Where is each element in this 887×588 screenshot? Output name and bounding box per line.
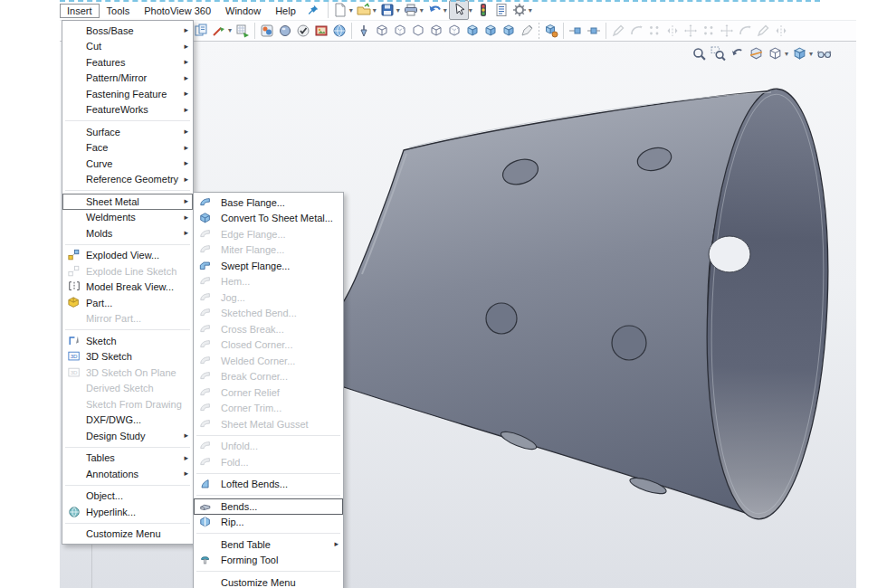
menu-item-fastening-feature[interactable]: Fastening Feature▸ [62, 86, 193, 102]
hole-mid-left[interactable] [486, 303, 517, 334]
menu-item-tables[interactable]: Tables▸ [62, 450, 193, 467]
perspective-view-icon[interactable] [445, 22, 463, 40]
menu-item-object[interactable]: Object... [62, 488, 193, 505]
menu-item-bend-table[interactable]: Bend Table▸ [194, 536, 343, 553]
new-document-icon[interactable] [331, 1, 349, 19]
shadows-view-icon[interactable] [500, 22, 518, 40]
menu-item-weldments[interactable]: Weldments▸ [62, 210, 193, 226]
render-preview-icon[interactable] [258, 22, 276, 40]
menu-item-boss-base[interactable]: Boss/Base▸ [62, 23, 193, 39]
render-region-icon[interactable] [330, 22, 348, 40]
offset-entities-icon[interactable] [663, 22, 682, 40]
menu-item-sketch[interactable]: Sketch [62, 333, 193, 349]
menu-pin-icon[interactable] [307, 4, 320, 16]
edit-appearance-icon[interactable] [542, 22, 560, 40]
previous-view-icon[interactable] [728, 44, 747, 62]
recall-image-icon[interactable] [312, 22, 330, 40]
export-table-icon[interactable] [234, 22, 252, 40]
menu-item-hyperlink[interactable]: Hyperlink... [62, 504, 193, 520]
save-dropdown-arrow[interactable]: ▾ [396, 6, 400, 14]
display-style-dropdown-arrow[interactable]: ▾ [809, 50, 813, 58]
menu-item-lofted-bends[interactable]: Lofted Bends... [194, 477, 343, 493]
display-relations-icon[interactable] [736, 22, 754, 40]
menu-item-part[interactable]: Part... [62, 295, 193, 311]
menu-item-dxf-dwg[interactable]: DXF/DWG... [62, 413, 193, 429]
menu-window[interactable]: Window [218, 4, 268, 18]
menu-item-customize-menu[interactable]: Customize Menu [62, 526, 193, 543]
save-icon[interactable] [378, 1, 396, 19]
undo-icon[interactable] [425, 1, 444, 19]
menu-item-base-flange[interactable]: Base Flange... [194, 194, 343, 211]
linear-sketch-pattern-icon[interactable] [700, 22, 718, 40]
options-icon[interactable] [510, 1, 529, 19]
sketch-spline-icon[interactable] [609, 22, 627, 40]
menu-item-surface[interactable]: Surface▸ [62, 124, 193, 140]
menu-insert[interactable]: Insert [60, 4, 100, 18]
menu-item-molds[interactable]: Molds▸ [62, 225, 193, 242]
menu-item-convert-to-sheet-metal[interactable]: Convert To Sheet Metal... [194, 211, 343, 227]
move-plus-icon[interactable] [585, 22, 603, 40]
menu-item-features[interactable]: Features▸ [62, 54, 193, 71]
print-icon[interactable] [402, 1, 420, 19]
hidden-lines-removed-view-icon[interactable] [409, 22, 427, 40]
move-entities-icon[interactable] [718, 22, 736, 40]
view-orientation-icon[interactable] [766, 44, 785, 62]
apply-scene-icon[interactable] [276, 22, 294, 40]
display-style-icon[interactable] [790, 44, 809, 62]
menu-item-design-study[interactable]: Design Study▸ [62, 428, 193, 444]
print-dropdown-arrow[interactable]: ▾ [420, 6, 424, 14]
hole-through-white[interactable] [709, 236, 750, 272]
menu-item-sheet-metal[interactable]: Sheet Metal▸ [62, 194, 193, 210]
menu-item-face[interactable]: Face▸ [62, 140, 193, 156]
edit-component-icon[interactable] [192, 22, 210, 40]
menu-item-bends[interactable]: Bends... [194, 498, 343, 515]
schedule-render-icon[interactable] [294, 22, 312, 40]
menu-item-curve[interactable]: Curve▸ [62, 156, 193, 172]
wireframe-view-icon[interactable] [373, 22, 391, 40]
zoom-to-fit-icon[interactable] [690, 44, 709, 62]
menu-tools[interactable]: Tools [100, 4, 138, 18]
new-document-dropdown-arrow[interactable]: ▾ [349, 6, 353, 14]
plumb-tool-icon[interactable] [355, 22, 373, 40]
menu-item-reference-geometry[interactable]: Reference Geometry▸ [62, 172, 193, 188]
options-dropdown-arrow[interactable]: ▾ [529, 6, 532, 14]
hole-mid-right[interactable] [612, 326, 646, 360]
menu-item-forming-tool[interactable]: Forming Tool [194, 553, 343, 569]
shaded-with-edges-view-icon[interactable] [463, 22, 482, 40]
mirror-entities-icon[interactable] [682, 22, 700, 40]
menu-item-featureworks[interactable]: FeatureWorks▸ [62, 102, 193, 119]
open-dropdown-arrow[interactable]: ▾ [373, 6, 377, 14]
measure-tool-dropdown-arrow[interactable]: ▾ [228, 26, 232, 34]
trim-entities-icon[interactable] [627, 22, 645, 40]
section-view-icon[interactable] [747, 44, 766, 62]
menu-item-rip[interactable]: Rip... [194, 515, 343, 531]
draft-quality-view-icon[interactable] [427, 22, 445, 40]
menu-item-model-break-view[interactable]: Model Break View... [62, 280, 193, 296]
rapid-sketch-icon[interactable] [772, 22, 790, 40]
rebuild-icon[interactable] [474, 1, 492, 19]
repair-sketch-icon[interactable] [754, 22, 772, 40]
hidden-lines-visible-view-icon[interactable] [391, 22, 409, 40]
menu-item-swept-flange[interactable]: Swept Flange... [194, 258, 343, 274]
menu-item-exploded-view[interactable]: Exploded View... [62, 248, 193, 264]
menu-item-pattern-mirror[interactable]: Pattern/Mirror▸ [62, 71, 193, 87]
convert-entities-icon[interactable] [645, 22, 663, 40]
hide-show-items-icon[interactable] [815, 44, 834, 62]
measure-tool-icon[interactable] [210, 22, 228, 40]
select-icon[interactable] [449, 0, 469, 20]
shaded-view-icon[interactable] [482, 22, 500, 40]
zoom-to-area-icon[interactable] [709, 44, 728, 62]
menu-item-customize-menu[interactable]: Customize Menu [194, 574, 343, 588]
select-dropdown-arrow[interactable]: ▾ [469, 6, 472, 14]
menu-item-3d-sketch[interactable]: 3D3D Sketch [62, 349, 193, 365]
undo-dropdown-arrow[interactable]: ▾ [444, 6, 447, 14]
menu-item-cut[interactable]: Cut▸ [62, 39, 193, 55]
file-properties-icon[interactable] [492, 1, 510, 19]
move-minus-icon[interactable] [567, 22, 585, 40]
eraser-tool-icon[interactable] [518, 22, 536, 40]
menu-help[interactable]: Help [268, 4, 303, 18]
open-icon[interactable] [355, 1, 373, 19]
view-orientation-dropdown-arrow[interactable]: ▾ [785, 50, 788, 58]
menu-item-annotations[interactable]: Annotations▸ [62, 466, 193, 482]
menu-photoview-360[interactable]: PhotoView 360 [137, 4, 218, 18]
